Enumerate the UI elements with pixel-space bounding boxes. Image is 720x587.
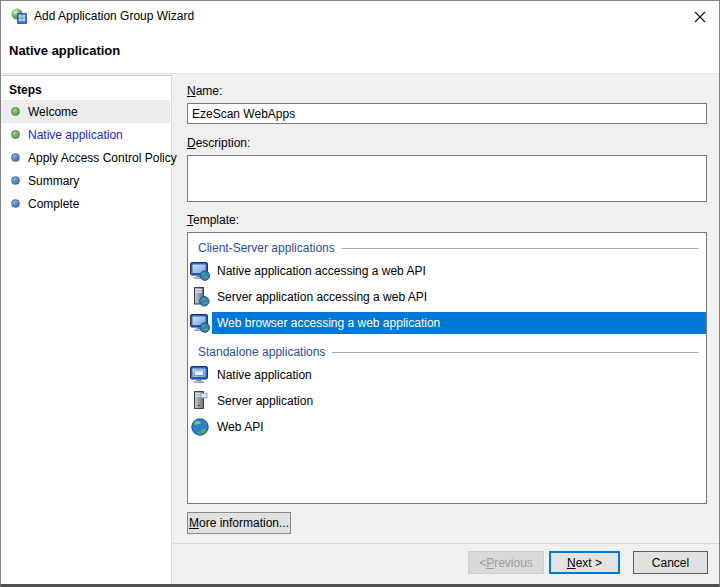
- step-done-bullet-icon: [11, 130, 20, 139]
- step-upcoming-bullet-icon: [11, 176, 20, 185]
- step-done-bullet-icon: [11, 107, 20, 116]
- template-item-native-application[interactable]: Native application: [188, 362, 706, 388]
- previous-button[interactable]: < Previous: [468, 551, 544, 574]
- group-header-standalone: Standalone applications: [188, 342, 706, 362]
- globe-icon: [190, 417, 210, 437]
- close-icon[interactable]: [692, 9, 708, 25]
- group-header-rule: [332, 352, 698, 353]
- group-header-rule: [342, 248, 698, 249]
- footer-divider: [173, 543, 719, 544]
- server-globe-icon: [190, 287, 210, 307]
- monitor-globe-icon: [190, 313, 210, 333]
- template-item-web-browser-web-app[interactable]: Web browser accessing a web application: [188, 310, 706, 336]
- description-input[interactable]: [187, 155, 707, 202]
- name-input[interactable]: [187, 103, 707, 124]
- group-header-client-server: Client-Server applications: [188, 238, 706, 258]
- monitor-globe-icon: [190, 261, 210, 281]
- step-upcoming-bullet-icon: [11, 199, 20, 208]
- step-apply-access-control-policy: Apply Access Control Policy: [1, 146, 170, 169]
- cancel-button[interactable]: Cancel: [633, 551, 708, 574]
- step-summary: Summary: [1, 169, 170, 192]
- page-title: Native application: [9, 43, 120, 58]
- name-label: Name:: [187, 84, 222, 98]
- template-item-native-app-web-api[interactable]: Native application accessing a web API: [188, 258, 706, 284]
- monitor-icon: [190, 365, 210, 385]
- step-native-application: Native application: [1, 123, 170, 146]
- template-label: Template:: [187, 213, 239, 227]
- steps-list: Welcome Native application Apply Access …: [1, 100, 170, 215]
- app-icon: [11, 8, 27, 24]
- title-bar: Add Application Group Wizard: [1, 1, 719, 31]
- dialog-body: Steps Welcome Native application Apply A…: [1, 74, 719, 584]
- main-pane: Name: Description: Template: Client-Serv…: [173, 74, 719, 584]
- wizard-dialog: Add Application Group Wizard Native appl…: [0, 0, 720, 587]
- more-information-button[interactable]: More information...: [187, 512, 291, 534]
- step-upcoming-bullet-icon: [11, 153, 20, 162]
- server-icon: [190, 391, 210, 411]
- step-welcome: Welcome: [1, 100, 170, 123]
- steps-heading: Steps: [9, 83, 42, 97]
- template-item-server-app-web-api[interactable]: Server application accessing a web API: [188, 284, 706, 310]
- template-listbox: Client-Server applications: [187, 232, 707, 504]
- window-title: Add Application Group Wizard: [34, 9, 194, 23]
- steps-panel: Steps Welcome Native application Apply A…: [1, 75, 172, 584]
- template-item-web-api[interactable]: Web API: [188, 414, 706, 440]
- next-button[interactable]: Next >: [549, 551, 620, 574]
- step-complete: Complete: [1, 192, 170, 215]
- description-label: Description:: [187, 136, 250, 150]
- template-item-server-application[interactable]: Server application: [188, 388, 706, 414]
